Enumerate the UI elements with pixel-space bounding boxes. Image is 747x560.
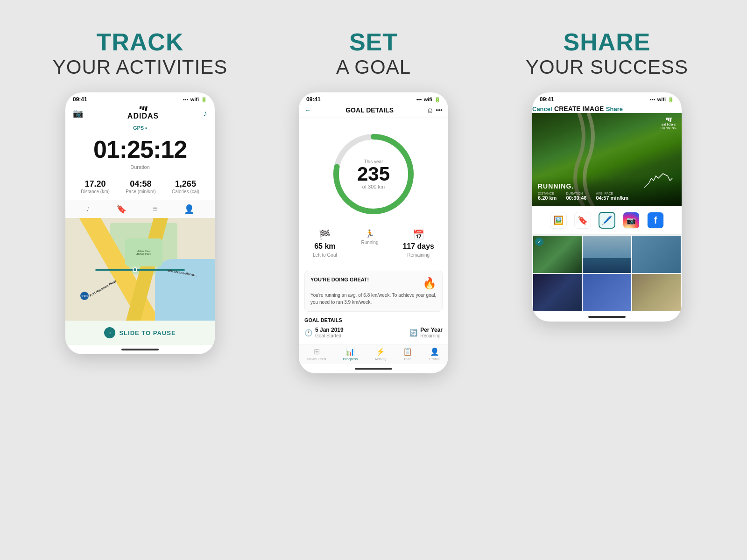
photo-6[interactable] [632,274,681,311]
phone3-header: Cancel CREATE IMAGE Share [532,105,682,113]
goal-title: SET A GOAL [336,28,411,78]
motivational-banner: YOU'RE DOING GREAT! 🔥 You're running an … [304,271,443,312]
cancel-button[interactable]: Cancel [532,105,552,112]
home-indicator-3 [532,312,682,322]
photo-4[interactable] [533,274,582,311]
goal-details-section: GOAL DETAILS 🕐 5 Jan 2019 Goal Started 🔄… [304,317,443,338]
create-image-title: CREATE IMAGE [554,105,604,112]
share-facebook-option[interactable]: f [647,212,664,229]
slide-text: SLIDE TO PAUSE [119,329,176,336]
share-canvas-option[interactable]: 🖊️ [599,212,615,229]
status-bar-3: 09:41 ▪▪▪ wifi 🔋 [532,92,682,105]
goal-section: SET A GOAL 09:41 ▪▪▪ wifi 🔋 ← GOAL DETAI… [275,28,472,373]
photo-2[interactable] [583,236,631,273]
nav-progress[interactable]: 📊 Progress [343,347,358,361]
share-highlight: SHARE [526,28,688,56]
distance-sub-icon: 🏁 [319,229,331,240]
highway-badge: 278 [80,292,89,300]
slide-arrow-icon: › [104,327,115,338]
slide-to-pause[interactable]: › SLIDE TO PAUSE [65,321,215,345]
goal-header-title: GOAL DETAILS [345,106,394,114]
goal-date: 5 Jan 2019 [315,327,344,333]
flame-icon: 🔥 [423,277,437,290]
camera-icon[interactable]: 📷 [73,108,83,119]
photo-3[interactable] [632,236,681,273]
bottom-nav-2: ⊞ News Feed 📊 Progress ⚡ Activity 📋 Plan… [299,344,448,364]
recurring-label: Recurring [420,333,443,338]
nav-activity[interactable]: ⚡ Activity [374,347,386,361]
motivational-title: YOU'RE DOING GREAT! [310,277,369,282]
share-title: SHARE YOUR SUCCESS [526,28,688,78]
share-photo-option[interactable]: 🖼️ [550,212,567,229]
run-image: adidas RUNNING RUNNING. DISTANCE 6.20 km [532,113,682,206]
battery-icon: 🔋 [201,97,207,103]
share-bookmark-option[interactable]: 🔖 [574,212,591,229]
run-distance-label: DISTANCE [538,192,557,195]
recurring-item: 🔄 Per Year Recurring [409,327,443,338]
status-bar-1: 09:41 ▪▪▪ wifi 🔋 [65,92,215,105]
left-to-goal-stat: 🏁 65 km Left to Goal [313,229,337,258]
activity-label: Running [361,240,378,245]
wifi-icon-3: wifi [657,97,666,102]
days-remaining-label: Remaining [407,252,430,258]
run-pace-label: AVG. PACE [596,192,628,195]
goal-started-item: 🕐 5 Jan 2019 Goal Started [304,327,344,338]
run-label: RUNNING. [538,182,676,190]
nav-profile-icon[interactable]: 👤 [184,204,194,214]
pace-stat: 04:58 Pace (min/km) [126,179,155,194]
goal-sub-stats: 🏁 65 km Left to Goal 🏃 Running 📅 117 day… [303,225,444,261]
status-time-1: 09:41 [73,96,87,103]
nav-menu-icon[interactable]: ≡ [153,204,158,214]
calories-label: Calories (cal) [172,189,199,194]
more-icon[interactable]: ••• [436,106,443,114]
goal-highlight: SET [336,28,411,56]
run-duration: DURATION 00:30:46 [566,192,586,201]
nav-newsfeed[interactable]: ⊞ News Feed [307,347,326,361]
photo-1[interactable]: ✓ [533,236,582,273]
track-title: TRACK YOUR ACTIVITIES [53,28,227,78]
run-duration-value: 00:30:46 [566,195,586,201]
motivational-text: You're running an avg. of 6.8 km/week. T… [310,292,437,306]
home-indicator-2 [299,364,448,373]
nav-plan[interactable]: 📋 Plan [403,347,412,361]
share-icon[interactable]: ⎙ [428,106,432,114]
calories-value: 1,265 [172,179,199,189]
share-section: SHARE YOUR SUCCESS 09:41 ▪▪▪ wifi 🔋 Canc… [509,28,705,373]
days-remaining-value: 117 days [402,242,434,251]
phone-share: 09:41 ▪▪▪ wifi 🔋 Cancel CREATE IMAGE Sha… [532,92,682,322]
wifi-icon-2: wifi [424,97,432,102]
adidas-logo-run: adidas RUNNING [661,118,677,129]
clock-icon: 🕐 [304,329,312,336]
nav-profile[interactable]: 👤 Profile [429,347,440,361]
battery-icon-2: 🔋 [434,97,441,103]
progress-number: 235 [357,164,390,184]
share-instagram-option[interactable]: 📷 [623,212,640,229]
track-subtitle: YOUR ACTIVITIES [53,56,227,78]
status-time-2: 09:41 [306,96,321,103]
left-to-goal-value: 65 km [314,242,335,251]
photo-check-1: ✓ [535,238,543,246]
status-time-3: 09:41 [540,96,554,103]
share-button[interactable]: Share [606,105,623,112]
music-icon[interactable]: ♪ [203,109,207,119]
activity-type: 🏃 Running [361,229,378,258]
track-section: TRACK YOUR ACTIVITIES 09:41 ▪▪▪ wifi 🔋 📷 [42,28,238,373]
track-highlight: TRACK [53,28,227,56]
back-icon[interactable]: ← [304,106,311,114]
nav-music-icon[interactable]: ♪ [86,204,90,214]
park-label: John PaulJones Park [125,238,162,266]
signal-icon-3: ▪▪▪ [650,97,655,102]
duration-label: Duration [65,164,215,170]
pace-value: 04:58 [126,179,155,189]
photo-5[interactable] [583,274,631,311]
status-bar-2: 09:41 ▪▪▪ wifi 🔋 [299,92,448,105]
phone1-header: 📷 adidas ♪ [65,105,215,124]
activity-stats: 17.20 Distance (km) 04:58 Pace (min/km) … [65,175,215,200]
run-image-overlay: RUNNING. DISTANCE 6.20 km DURATION 00:30… [532,177,682,206]
goal-details-title: GOAL DETAILS [304,317,443,323]
circular-progress: This year 235 of 300 km [327,127,420,221]
nav-bookmark-icon[interactable]: 🔖 [116,204,127,214]
run-pace: AVG. PACE 04:57 min/km [596,192,628,201]
distance-stat: 17.20 Distance (km) [81,179,110,194]
status-icons-1: ▪▪▪ wifi 🔋 [183,97,207,103]
